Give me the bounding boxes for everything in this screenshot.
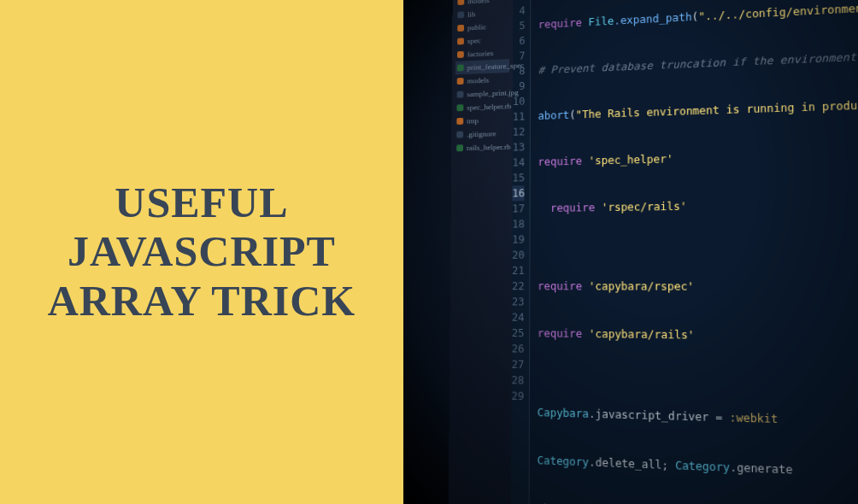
line-number: 6 [513, 33, 526, 49]
file-icon [456, 104, 463, 111]
line-number: 26 [512, 341, 525, 357]
file-icon [456, 144, 463, 151]
code-line: abort("The Rails environment is running … [538, 94, 858, 124]
line-number: 24 [512, 309, 525, 325]
line-number: 16 [512, 185, 525, 201]
file-icon [457, 38, 464, 44]
line-number-gutter: 3456789101112131415161718192021222324252… [510, 0, 531, 504]
line-number: 23 [512, 294, 525, 309]
code-line: require 'capybara/rails' [538, 325, 858, 347]
line-number: 11 [513, 109, 526, 125]
file-sidebar: modelslibpublicspecfactoriesprint_featur… [448, 0, 513, 504]
code-area: require File.expand_path("../../config/e… [530, 0, 858, 504]
sidebar-file-label: models [467, 0, 490, 5]
line-number: 21 [512, 263, 525, 278]
editor-panel: modelslibpublicspecfactoriesprint_featur… [448, 0, 858, 504]
sidebar-file-label: tmp [467, 116, 479, 125]
file-icon [457, 0, 464, 5]
line-number: 14 [512, 155, 525, 170]
sidebar-file-item: rails_helper.rb [455, 140, 509, 155]
line-number: 28 [511, 372, 524, 389]
sidebar-file-label: spec_helper.rb [467, 102, 511, 112]
line-number: 25 [512, 325, 525, 342]
line-number: 20 [512, 248, 525, 263]
line-number: 5 [513, 18, 525, 33]
code-line: # Prevent database truncation if the env… [538, 44, 858, 78]
code-line: Category.delete_all; Category.generate [537, 453, 858, 485]
file-icon [456, 118, 463, 125]
file-icon [457, 51, 464, 58]
sidebar-file-label: sample_print.jpg [467, 88, 518, 98]
code-line [538, 373, 858, 382]
line-number: 13 [512, 139, 525, 155]
code-line: Capybara.javascript_driver = :webkit [537, 405, 857, 433]
code-line: Shoulda::Matchers.configure do |with| [537, 501, 858, 504]
sidebar-file-item: .gitignore [455, 126, 509, 142]
code-line: require 'rspec/rails' [538, 194, 858, 216]
sidebar-file-label: public [467, 22, 486, 32]
line-number: 18 [512, 216, 525, 231]
file-icon [457, 11, 464, 18]
file-icon [456, 132, 463, 138]
code-line: require 'spec_helper' [538, 144, 858, 170]
line-number: 4 [513, 3, 525, 19]
headline: USEFUL JAVASCRIPT ARRAY TRICK [26, 179, 378, 326]
line-number: 29 [511, 388, 524, 404]
sidebar-file-label: factories [467, 49, 494, 58]
sidebar-file-label: .gitignore [467, 129, 496, 138]
line-number: 27 [511, 357, 524, 373]
title-panel: USEFUL JAVASCRIPT ARRAY TRICK [0, 0, 403, 504]
sidebar-file-label: spec [467, 36, 481, 44]
code-line [538, 244, 858, 247]
code-line: require File.expand_path("../../config/e… [538, 0, 858, 32]
line-number: 22 [512, 278, 525, 294]
sidebar-file-label: lib [467, 10, 475, 19]
file-icon [457, 25, 464, 32]
file-icon [457, 64, 464, 71]
file-icon [457, 78, 464, 85]
line-number: 12 [513, 124, 526, 139]
line-number: 17 [512, 201, 525, 216]
file-icon [456, 91, 463, 98]
sidebar-file-label: models [467, 76, 489, 85]
sidebar-file-label: rails_helper.rb [467, 143, 510, 152]
code-editor-photo: modelslibpublicspecfactoriesprint_featur… [403, 0, 858, 504]
editor-screen: modelslibpublicspecfactoriesprint_featur… [448, 0, 858, 504]
code-line: require 'capybara/rspec' [538, 278, 858, 296]
line-number: 19 [512, 231, 525, 247]
line-number: 15 [512, 170, 525, 185]
